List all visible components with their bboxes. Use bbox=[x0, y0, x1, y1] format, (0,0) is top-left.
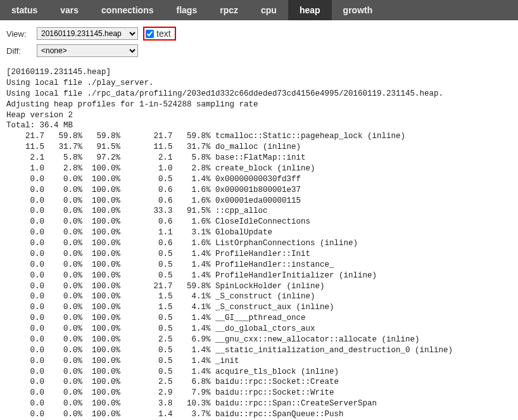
tab-cpu[interactable]: cpu bbox=[250, 0, 288, 20]
tab-rpcz[interactable]: rpcz bbox=[208, 0, 250, 20]
text-mode-highlight: text bbox=[143, 27, 176, 41]
diff-select[interactable]: <none> bbox=[37, 44, 138, 57]
tab-status[interactable]: status bbox=[0, 0, 49, 20]
view-select[interactable]: 20160119.231145.heap bbox=[37, 27, 138, 40]
tab-growth[interactable]: growth bbox=[332, 0, 384, 20]
tab-flags[interactable]: flags bbox=[165, 0, 209, 20]
tab-connections[interactable]: connections bbox=[90, 0, 165, 20]
tab-heap[interactable]: heap bbox=[288, 0, 332, 20]
tab-vars[interactable]: vars bbox=[49, 0, 90, 20]
text-checkbox[interactable] bbox=[146, 30, 154, 38]
view-label: View: bbox=[6, 29, 32, 39]
tab-bar: statusvarsconnectionsflagsrpczcpuheapgro… bbox=[0, 0, 518, 20]
diff-label: Diff: bbox=[6, 46, 32, 56]
controls-panel: View: 20160119.231145.heap text Diff: <n… bbox=[0, 20, 518, 63]
text-checkbox-label[interactable]: text bbox=[156, 29, 171, 39]
profile-output: [20160119.231145.heap] Using local file … bbox=[6, 67, 512, 420]
